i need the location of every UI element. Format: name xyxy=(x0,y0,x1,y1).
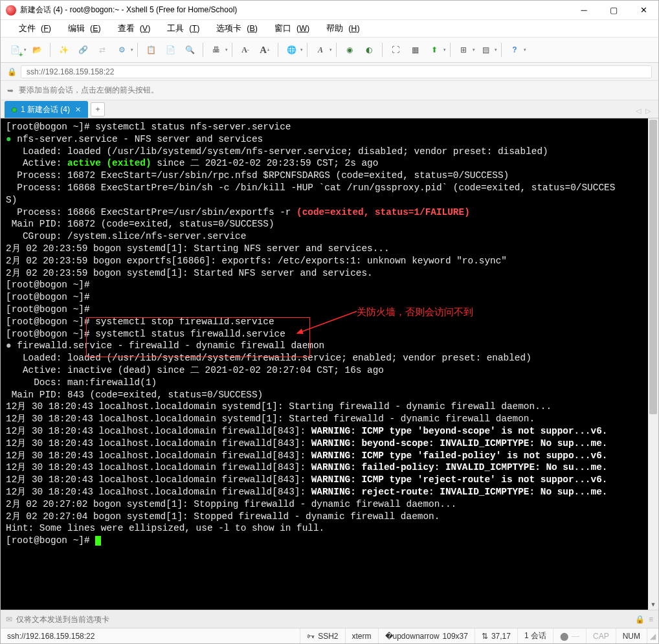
terminal-area[interactable]: [root@bogon ~]# systemctl status nfs-ser… xyxy=(1,118,658,610)
menu-tools[interactable]: 工具(T) xyxy=(157,22,205,36)
toolbar: 📄+▾ 📂 ✨ 🔗 ⇄ ⚙▾ 📋 📄 🔍 🖶▾ A- A+ 🌐▾ A▾ ◉ ◐ … xyxy=(1,37,658,63)
status-cap: CAP xyxy=(586,628,616,643)
status-size: �updownarrow109x37 xyxy=(378,628,475,643)
menu-view[interactable]: 查看(V) xyxy=(107,22,156,36)
status-cursor-pos: ⇅37,17 xyxy=(475,628,517,643)
settings-icon[interactable]: ⚙ xyxy=(113,41,131,59)
new-tab-button[interactable]: + xyxy=(91,102,105,117)
lock-icon: 🔒 xyxy=(7,67,17,76)
app-window: 新建会话 (4) - root@bogon:~ - Xshell 5 (Free… xyxy=(0,0,659,644)
terminal-scrollbar[interactable]: ▲ ▼ xyxy=(648,118,658,610)
status-connection: ssh://192.168.159.158:22 xyxy=(1,628,101,643)
swap-icon[interactable]: ◐ xyxy=(360,41,378,59)
encoding-icon[interactable]: 🌐 xyxy=(282,41,300,59)
paste-icon[interactable]: 📄 xyxy=(161,41,179,59)
font-style-icon[interactable]: A xyxy=(311,41,330,59)
tab-nav-arrows[interactable]: ◁ ▷ xyxy=(636,107,652,115)
menu-help[interactable]: 帮助(H) xyxy=(316,22,364,36)
send-icon[interactable]: ✉ xyxy=(6,615,12,624)
send-lock-icon[interactable]: 🔒 xyxy=(635,615,645,624)
menubar: 文件(F) 编辑(E) 查看(V) 工具(T) 选项卡(B) 窗口(W) 帮助(… xyxy=(1,20,658,37)
connect-icon[interactable]: 🔗 xyxy=(74,41,92,59)
tile-icon[interactable]: ▤ xyxy=(476,41,495,59)
transfer-icon[interactable]: ⬆ xyxy=(425,41,443,59)
app-icon xyxy=(6,5,16,16)
wand-icon[interactable]: ✨ xyxy=(54,41,73,59)
new-session-icon[interactable]: 📄+ xyxy=(6,41,24,59)
font-decrease-icon[interactable]: A- xyxy=(236,41,254,59)
minimize-button[interactable]: ─ xyxy=(569,1,599,19)
new-window-icon[interactable]: ⊞ xyxy=(454,41,473,59)
search-icon[interactable]: 🔍 xyxy=(181,41,199,59)
resize-grip-icon[interactable]: ◢ xyxy=(647,628,658,643)
status-num: NUM xyxy=(616,628,647,643)
titlebar[interactable]: 新建会话 (4) - root@bogon:~ - Xshell 5 (Free… xyxy=(1,1,658,20)
layout-icon[interactable]: ▦ xyxy=(406,41,424,59)
help-icon[interactable]: ? xyxy=(506,41,524,59)
addressbar: 🔒 ssh://192.168.159.158:22 xyxy=(1,63,658,81)
send-input[interactable] xyxy=(16,615,631,624)
color-scheme-icon[interactable]: ◉ xyxy=(341,41,359,59)
status-ssh: 🗝SSH2 xyxy=(300,628,344,643)
menu-edit[interactable]: 编辑(E) xyxy=(58,22,106,36)
print-icon[interactable]: 🖶 xyxy=(207,41,225,59)
status-sessions: 1 会话 xyxy=(517,628,553,643)
status-dot-icon xyxy=(12,107,17,113)
session-hint-text: 要添加当前会话，点击左侧的箭头按钮。 xyxy=(19,85,159,96)
status-term: xterm xyxy=(345,628,378,643)
copy-icon[interactable]: 📋 xyxy=(142,41,160,59)
tabstrip: 1 新建会话 (4) ✕ + ◁ ▷ xyxy=(1,100,658,118)
annotation-text: 关防火墙，否则会访问不到 xyxy=(357,306,473,318)
add-session-icon[interactable]: ➥ xyxy=(7,86,14,95)
scroll-down-icon[interactable]: ▼ xyxy=(648,599,658,610)
menu-tabs[interactable]: 选项卡(B) xyxy=(206,22,263,36)
maximize-button[interactable]: ▢ xyxy=(599,1,629,19)
open-icon[interactable]: 📂 xyxy=(28,41,46,59)
menu-file[interactable]: 文件(F) xyxy=(8,22,56,36)
disconnect-icon[interactable]: ⇄ xyxy=(93,41,111,59)
send-bar: ✉ 🔒 ≡ xyxy=(1,610,658,628)
tab-close-icon[interactable]: ✕ xyxy=(75,105,81,114)
window-title: 新建会话 (4) - root@bogon:~ - Xshell 5 (Free… xyxy=(20,5,569,16)
address-input[interactable]: ssh://192.168.159.158:22 xyxy=(21,65,652,78)
fullscreen-icon[interactable]: ⛶ xyxy=(386,41,405,59)
status-traffic: ⬤— xyxy=(553,628,586,643)
terminal-output[interactable]: [root@bogon ~]# systemctl status nfs-ser… xyxy=(1,118,648,610)
send-menu-icon[interactable]: ≡ xyxy=(649,615,653,624)
statusbar: ssh://192.168.159.158:22 🗝SSH2 xterm �up… xyxy=(1,628,658,643)
tab-session-1[interactable]: 1 新建会话 (4) ✕ xyxy=(5,101,88,118)
session-hint-bar: ➥ 要添加当前会话，点击左侧的箭头按钮。 xyxy=(1,81,658,100)
font-increase-icon[interactable]: A+ xyxy=(256,41,274,59)
scroll-thumb[interactable] xyxy=(649,120,657,414)
tab-label: 1 新建会话 (4) xyxy=(21,104,70,115)
close-button[interactable]: ✕ xyxy=(629,1,658,19)
menu-window[interactable]: 窗口(W) xyxy=(264,22,315,36)
